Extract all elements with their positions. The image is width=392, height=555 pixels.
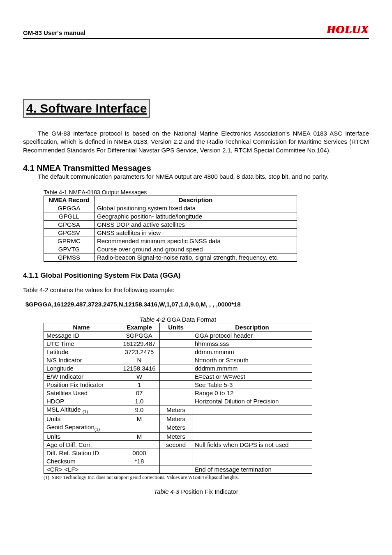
gga-description-cell: ddmm.mmmm — [192, 348, 312, 356]
nmea-record-cell: GPRMC — [44, 237, 95, 245]
gga-description-cell: Horizontal Dilution of Precision — [192, 397, 312, 405]
gga-name-cell: Longitude — [44, 364, 119, 372]
table-4-2-head-row: Name Example Units Description — [44, 323, 312, 331]
gga-units-cell — [160, 348, 192, 356]
gga-example-cell: 1.0 — [119, 397, 160, 405]
gga-description-cell — [192, 405, 312, 415]
intro-paragraph: The GM-83 interface protocol is based on… — [23, 129, 369, 154]
nmea-record-cell: GPMSS — [44, 253, 95, 261]
table-4-2-caption-prefix: Table 4-2 — [140, 316, 165, 323]
table-row: MSL Altitude (1)9.0Meters — [44, 405, 312, 415]
gga-name-cell: Message ID — [44, 331, 119, 339]
gga-units-cell: Meters — [160, 405, 192, 415]
nmea-record-cell: GPGGA — [44, 204, 95, 212]
gga-name-cell: Latitude — [44, 348, 119, 356]
gga-units-cell — [160, 397, 192, 405]
gga-description-cell: Range 0 to 12 — [192, 389, 312, 397]
gga-units-cell — [160, 457, 192, 465]
section-title: 4. Software Interface — [23, 99, 150, 118]
gga-example-cell: 12158.3416 — [119, 364, 160, 372]
table-4-3-caption: Table 4-3 Position Fix Indicator — [23, 488, 369, 495]
gga-name-cell: Units — [44, 415, 119, 423]
gga-units-cell — [160, 449, 192, 457]
gga-example-cell — [119, 440, 160, 449]
gga-description-cell: dddmm.mmmm — [192, 364, 312, 372]
gga-name-cell: UTC Time — [44, 339, 119, 348]
table-row: HDOP1.0Horizontal Dilution of Precision — [44, 397, 312, 405]
table-row: Longitude12158.3416dddmm.mmmm — [44, 364, 312, 372]
gga-name-cell: E/W Indicator — [44, 372, 119, 380]
heading-4-1: 4.1 NMEA Transmitted Messages — [23, 164, 369, 173]
gga-name-cell: Satellites Used — [44, 389, 119, 397]
table-row: GPGSVGNSS satellites in view — [44, 228, 297, 237]
gga-example-cell: 1 — [119, 380, 160, 389]
table-row: GPRMCRecommended minimum specific GNSS d… — [44, 237, 297, 245]
nmea-description-cell: GNSS DOP and active satellites — [95, 220, 297, 228]
heading-4-1-1: 4.1.1 Global Positioning System Fix Data… — [23, 272, 369, 280]
gga-example-cell: M — [119, 432, 160, 440]
table-4-3-caption-rest: Position Fix Indicator — [179, 488, 238, 495]
gga-description-cell — [192, 415, 312, 423]
table-row: Geoid Separation(1)Meters — [44, 423, 312, 432]
table-row: GPGGAGlobal positioning system fixed dat… — [44, 204, 297, 212]
intro-paragraph-text: The GM-83 interface protocol is based on… — [23, 129, 369, 154]
table-4-2-head-example: Example — [119, 323, 160, 331]
gga-units-cell — [160, 380, 192, 389]
nmea-record-cell: GPVTG — [44, 245, 95, 253]
table-4-1-head-description: Description — [95, 196, 297, 204]
gga-example-cell: 0000 — [119, 449, 160, 457]
table-row: Position Fix Indicator1See Table 5-3 — [44, 380, 312, 389]
table-row: GPGSAGNSS DOP and active satellites — [44, 220, 297, 228]
gga-description-cell: See Table 5-3 — [192, 380, 312, 389]
gga-description-cell: E=east or W=west — [192, 372, 312, 380]
gga-description-cell: N=north or S=south — [192, 356, 312, 364]
gga-name-cell: Age of Diff. Corr. — [44, 440, 119, 449]
table-row: Checksum*18 — [44, 457, 312, 465]
gga-example-line: $GPGGA,161229.487,3723.2475,N,12158.3416… — [25, 301, 369, 308]
gga-description-cell: Null fields when DGPS is not used — [192, 440, 312, 449]
paragraph-4-1: The default communication parameters for… — [23, 173, 369, 180]
table-row: Satellites Used07Range 0 to 12 — [44, 389, 312, 397]
gga-units-cell: Meters — [160, 432, 192, 440]
table-row: Message ID$GPGGAGGA protocol header — [44, 331, 312, 339]
gga-units-cell — [160, 339, 192, 348]
table-row: UnitsMMeters — [44, 432, 312, 440]
table-row: N/S IndicatorNN=north or S=south — [44, 356, 312, 364]
page-header: GM-83 User's manual HOLUX — [23, 23, 369, 39]
gga-units-cell: Meters — [160, 423, 192, 432]
paragraph-4-1-1: Table 4-2 contains the values for the fo… — [23, 286, 369, 293]
gga-description-cell: End of message termination — [192, 465, 312, 473]
gga-example-cell — [119, 423, 160, 432]
table-row: Diff. Ref. Station ID0000 — [44, 449, 312, 457]
table-row: GPVTGCourse over ground and ground speed — [44, 245, 297, 253]
gga-example-cell: N — [119, 356, 160, 364]
gga-name-cell: Units — [44, 432, 119, 440]
gga-units-cell: Meters — [160, 415, 192, 423]
table-4-2-footnote: (1). SiRF Technology Inc. does not suppo… — [44, 474, 369, 481]
table-row: GPGLLGeographic position- latitude/longi… — [44, 212, 297, 220]
gga-example-cell: 161229.487 — [119, 339, 160, 348]
gga-name-cell: Geoid Separation(1) — [44, 423, 119, 432]
header-title: GM-83 User's manual — [23, 29, 85, 36]
nmea-description-cell: Geographic position- latitude/longitude — [95, 212, 297, 220]
gga-description-cell — [192, 449, 312, 457]
table-4-1-head-record: NMEA Record — [44, 196, 95, 204]
gga-example-cell — [119, 465, 160, 473]
gga-units-cell — [160, 364, 192, 372]
table-row: Latitude3723.2475ddmm.mmmm — [44, 348, 312, 356]
table-row: UnitsMMeters — [44, 415, 312, 423]
gga-name-cell: MSL Altitude (1) — [44, 405, 119, 415]
table-row: E/W IndicatorWE=east or W=west — [44, 372, 312, 380]
gga-example-cell: 3723.2475 — [119, 348, 160, 356]
gga-example-cell: *18 — [119, 457, 160, 465]
table-4-3-caption-prefix: Table 4-3 — [154, 488, 179, 495]
table-4-2-caption-rest: GGA Data Format — [165, 316, 216, 323]
gga-description-cell: GGA protocol header — [192, 331, 312, 339]
nmea-description-cell: Recommended minimum specific GNSS data — [95, 237, 297, 245]
gga-description-cell — [192, 457, 312, 465]
page-container: GM-83 User's manual HOLUX 4. Software In… — [0, 0, 392, 555]
nmea-record-cell: GPGLL — [44, 212, 95, 220]
table-4-1: NMEA Record Description GPGGAGlobal posi… — [44, 196, 297, 262]
table-row: UTC Time161229.487hhmmss.sss — [44, 339, 312, 348]
gga-description-cell — [192, 432, 312, 440]
